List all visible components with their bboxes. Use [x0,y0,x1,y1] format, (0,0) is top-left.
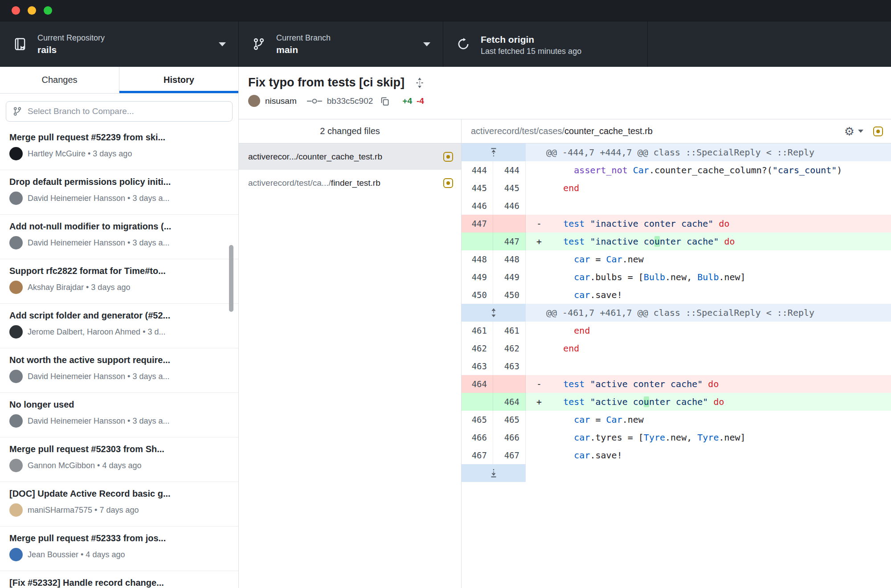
branch-name: main [276,45,331,55]
avatar [9,281,23,294]
old-line-number: 445 [462,179,493,197]
new-line-number: 444 [493,161,526,179]
commit-list-item[interactable]: Merge pull request #52303 from Sh... Gan… [0,437,238,482]
new-line-number: 446 [493,197,526,215]
diff-row-context: 461461 end [462,322,891,339]
toolbar: Current Repository rails Current Branch … [0,21,891,67]
commit-list-item[interactable]: No longer used David Heinemeier Hansson … [0,393,238,437]
old-line-number: 450 [462,286,493,304]
commit-meta-text: Hartley McGuire • 3 days ago [28,149,132,159]
code-line: + test "active counter cache" do [526,393,891,411]
chevron-down-icon [219,42,226,46]
modified-file-icon [443,152,453,162]
compare-branch-icon [12,106,22,118]
zoom-window-button[interactable] [44,6,52,15]
new-line-number: 466 [493,429,526,446]
commit-list-item[interactable]: Add script folder and generator (#52... … [0,304,238,348]
window-controls [12,6,52,15]
fetch-origin-button[interactable]: Fetch origin Last fetched 15 minutes ago [443,21,648,67]
close-window-button[interactable] [12,6,20,15]
current-repository-button[interactable]: Current Repository rails [0,21,239,67]
code-line: end [526,339,891,357]
expand-commit-summary-button[interactable] [415,77,424,89]
commit-list-item[interactable]: Add not-null modifier to migrations (...… [0,215,238,259]
old-line-number: 447 [462,215,493,233]
commit-meta-text: Akshay Birajdar • 3 days ago [28,283,130,292]
code-line [526,197,891,215]
avatar [9,503,23,517]
minimize-window-button[interactable] [28,6,36,15]
old-line-number [462,233,493,250]
scrollbar-thumb[interactable] [229,245,233,312]
file-list-item[interactable]: activerecord/test/ca.../finder_test.rb [239,170,461,196]
changed-files-panel: 2 changed files activerecor.../counter_c… [239,119,462,588]
diff-row-context: 448448 car = Car.new [462,250,891,268]
fetch-label: Fetch origin [481,34,581,45]
expand-up-button[interactable] [462,143,526,161]
old-line-number: 448 [462,250,493,268]
expand-down-button[interactable] [462,464,526,482]
tab-changes[interactable]: Changes [0,67,119,93]
diff-file-name: counter_cache_test.rb [564,126,653,136]
code-line: - test "active conter cache" do [526,375,891,393]
code-line: car = Car.new [526,250,891,268]
diff-row-context: 463463 [462,357,891,375]
commit-meta-text: David Heinemeier Hansson • 3 days a... [28,416,169,426]
code-line: car.save! [526,286,891,304]
old-line-number: 463 [462,357,493,375]
diff-panel: activerecord/test/cases/counter_cache_te… [462,119,891,588]
commit-author: nisusam [265,96,297,106]
old-line-number: 465 [462,411,493,429]
current-branch-button[interactable]: Current Branch main [239,21,443,67]
branch-label: Current Branch [276,33,331,43]
commit-list-item[interactable]: Support rfc2822 format for Time#to... Ak… [0,259,238,304]
titlebar [0,0,891,21]
commit-list-item[interactable]: Merge pull request #52333 from jos... Je… [0,527,238,571]
commit-list-item[interactable]: Merge pull request #52239 from ski... Ha… [0,126,238,170]
old-line-number: 464 [462,375,493,393]
code-line: + test "inactive counter cache" do [526,233,891,250]
file-name: finder_test.rb [331,178,380,188]
changed-files-header: 2 changed files [239,119,461,143]
diff-row-removed: 464- test "active conter cache" do [462,375,891,393]
new-line-number: 461 [493,322,526,339]
old-line-number: 467 [462,446,493,464]
commit-title-heading: Fix typo from tests [ci skip] [248,76,405,90]
copy-sha-button[interactable] [380,96,390,106]
diff-options-button[interactable]: ⚙ [844,126,863,137]
branch-icon [252,37,266,51]
code-line [526,357,891,375]
new-line-number [493,215,526,233]
commit-list-item[interactable]: Not worth the active support require... … [0,348,238,393]
avatar [9,192,23,205]
commit-title: Support rfc2822 format for Time#to... [9,266,229,276]
file-list-item[interactable]: activerecor.../counter_cache_test.rb [239,143,461,170]
new-line-number: 464 [493,393,526,411]
commit-list-item[interactable]: [Fix #52332] Handle record change... [0,571,238,588]
old-line-number: 449 [462,268,493,286]
new-line-number: 447 [493,233,526,250]
commit-title: Add script folder and generator (#52... [9,310,229,321]
code-line: car.save! [526,446,891,464]
diff-row-context: 462462 end [462,339,891,357]
file-list: activerecor.../counter_cache_test.rb act… [239,143,461,196]
expand-both-button[interactable] [462,304,526,322]
hunk-header-text [526,464,891,482]
tab-history[interactable]: History [119,67,238,93]
diff-row-hunk: @@ -444,7 +444,7 @@ class ::SpecialReply… [462,143,891,161]
avatar [9,459,23,472]
code-line: - test "inactive conter cache" do [526,215,891,233]
chevron-down-icon [858,130,863,133]
diff-row-expand [462,464,891,482]
diff-path-prefix: activerecord/test/cases/ [471,126,564,136]
commit-list-item[interactable]: Drop default permissions policy initi...… [0,170,238,215]
compare-branch-input[interactable] [6,101,233,122]
repo-icon [13,37,27,51]
commit-title: No longer used [9,400,229,410]
commit-meta-text: David Heinemeier Hansson • 3 days a... [28,372,169,381]
diff-row-hunk: @@ -461,7 +461,7 @@ class ::SpecialReply… [462,304,891,322]
commit-list-item[interactable]: [DOC] Update Active Record basic g... ma… [0,482,238,527]
fetch-sublabel: Last fetched 15 minutes ago [481,47,581,56]
gear-icon: ⚙ [844,126,854,137]
repository-name: rails [37,45,105,55]
